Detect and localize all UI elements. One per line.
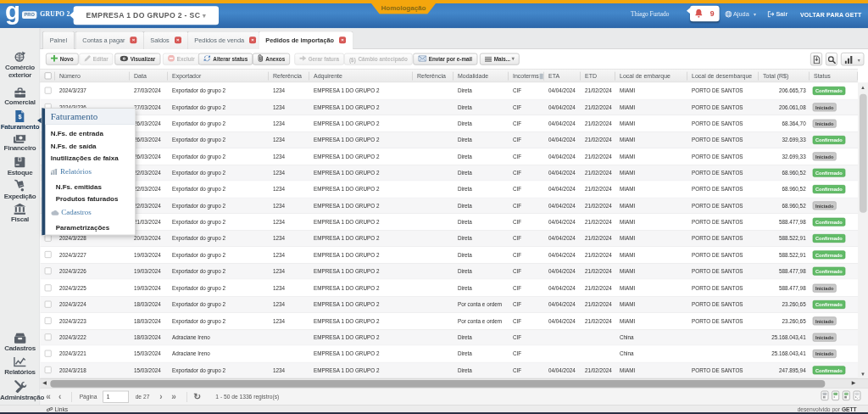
svg-text:$: $	[19, 113, 22, 120]
